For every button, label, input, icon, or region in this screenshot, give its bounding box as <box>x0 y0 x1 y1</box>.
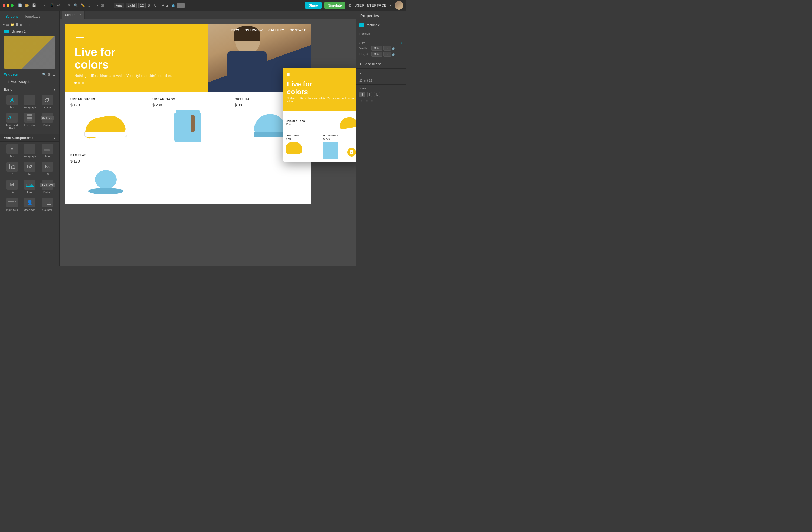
widget-paragraph[interactable]: Paragraph <box>21 94 38 110</box>
screen-item[interactable]: Screen 1 <box>0 28 59 35</box>
widget-counter[interactable]: — 1 Counter <box>39 197 55 213</box>
dot-2[interactable] <box>78 82 81 84</box>
maximize-button[interactable] <box>11 4 14 7</box>
tablet-icon[interactable]: ⊡ <box>101 3 104 7</box>
width-value-input[interactable]: 307 <box>371 46 382 51</box>
widget-user-icon[interactable]: 👤 User icon <box>21 197 38 213</box>
grid-widgets-icon[interactable]: ⊞ <box>48 73 50 76</box>
widget-h1[interactable]: h1 h1 <box>4 161 20 177</box>
list-widgets-icon[interactable]: ☰ <box>52 73 55 76</box>
align-icon[interactable]: ≡ <box>158 3 160 7</box>
arrow-up-icon[interactable]: ↑ <box>29 23 30 27</box>
text-size-label[interactable]: 12 <box>360 79 362 82</box>
grid-view-icon[interactable]: ⊞ <box>20 23 23 27</box>
dot-1[interactable] <box>74 82 77 84</box>
arrow-down-icon[interactable]: ↓ <box>36 23 38 27</box>
nav-contact[interactable]: CONTACT <box>290 28 306 32</box>
tab-templates[interactable]: Templates <box>23 12 42 21</box>
nav-new[interactable]: NEW <box>231 28 239 32</box>
basic-section-header[interactable]: Basic ▾ <box>3 87 57 93</box>
font-family[interactable]: Arial <box>114 3 124 8</box>
widget-text-table[interactable]: Text Table <box>21 112 38 131</box>
device-icon[interactable]: 📱 <box>50 3 54 7</box>
add-screen-icon[interactable]: + <box>3 23 4 27</box>
widget-h4[interactable]: h4 h4 <box>4 179 20 195</box>
canvas-tab-close-icon[interactable]: ✕ <box>79 13 82 16</box>
user-avatar[interactable] <box>395 1 403 10</box>
text-color-icon[interactable]: A <box>162 3 164 7</box>
align-right-icon[interactable]: ≡ <box>370 99 374 103</box>
basic-collapse-icon[interactable]: ▾ <box>54 88 55 91</box>
widget-wc-title[interactable]: Title <box>39 143 55 159</box>
simulate-button[interactable]: Simulate <box>324 2 345 9</box>
widget-image[interactable]: 🖼 Image <box>39 94 55 110</box>
save-icon[interactable]: 💾 <box>32 3 36 7</box>
canvas-area[interactable]: Live for colors Nothing in life is black… <box>60 19 356 266</box>
widget-text[interactable]: A Text <box>4 94 20 110</box>
width-lock-icon[interactable]: 🔗 <box>392 47 395 50</box>
widget-wc-button[interactable]: BUTTON Button <box>39 179 55 195</box>
tab-screens[interactable]: Screens <box>4 12 20 21</box>
share-button[interactable]: Share <box>305 2 321 9</box>
search-widgets-icon[interactable]: 🔍 <box>42 73 46 76</box>
widget-h2[interactable]: h2 h2 <box>21 161 38 177</box>
add-image-button[interactable]: + + Add Image <box>356 60 406 69</box>
underline-button[interactable]: U <box>374 92 380 97</box>
widget-wc-text[interactable]: A Text <box>4 143 20 159</box>
canvas-tab-screen1[interactable]: Screen 1 ✕ <box>62 11 85 19</box>
grid-small-icon[interactable]: ▦ <box>6 23 9 27</box>
shape-icon[interactable]: ◇ <box>88 3 90 7</box>
enter-icon[interactable]: ↵ <box>57 3 60 7</box>
height-unit[interactable]: px <box>383 52 391 57</box>
bold-button[interactable]: B <box>360 92 365 97</box>
open-icon[interactable]: 📂 <box>25 3 29 7</box>
color-box-icon[interactable] <box>177 3 185 8</box>
rectangle-color-swatch[interactable] <box>360 23 364 27</box>
settings-icon[interactable]: ⚙ <box>348 3 352 8</box>
list-view-icon[interactable]: ☰ <box>16 23 19 27</box>
font-weight[interactable]: Light <box>126 3 137 8</box>
bold-icon[interactable]: B <box>147 3 150 7</box>
web-components-section-header[interactable]: Web Components ▾ <box>0 134 59 142</box>
new-file-icon[interactable]: 📄 <box>18 3 22 7</box>
widget-input-field[interactable]: Input field <box>4 197 20 213</box>
font-size[interactable]: 12 <box>138 3 146 8</box>
widget-link[interactable]: LINK Link <box>21 179 38 195</box>
widget-link-icon-box: LINK <box>24 180 35 190</box>
close-button[interactable] <box>3 4 5 7</box>
web-components-collapse-icon[interactable]: ▾ <box>54 137 55 140</box>
widget-button[interactable]: BUTTON Button <box>39 112 55 131</box>
align-left-icon[interactable]: ≡ <box>360 99 363 103</box>
hat-brim <box>254 132 286 137</box>
widget-input-text-field[interactable]: A Input Text Field <box>4 112 20 131</box>
pen-icon[interactable]: ✏️ <box>81 3 85 7</box>
widget-h3[interactable]: h3 h3 <box>39 161 55 177</box>
height-value-input[interactable]: 307 <box>371 52 382 57</box>
select-icon[interactable]: ↖ <box>68 3 71 7</box>
dot-3[interactable] <box>82 82 84 84</box>
add-widgets-button[interactable]: + + Add widgets <box>0 79 59 85</box>
width-unit[interactable]: px <box>383 46 391 51</box>
search-icon[interactable]: 🔍 <box>74 3 78 7</box>
dropdown-arrow-icon[interactable]: ▼ <box>389 4 392 7</box>
more-collapse-icon[interactable]: ∨ <box>360 71 361 74</box>
italic-button[interactable]: I <box>367 92 372 97</box>
position-expand-icon[interactable]: › <box>402 32 403 35</box>
dropper-icon[interactable]: 💧 <box>171 3 175 7</box>
italic-icon[interactable]: I <box>151 3 153 7</box>
arrow-left-icon[interactable]: ← <box>24 23 27 27</box>
nav-gallery[interactable]: GALLERY <box>268 28 284 32</box>
frame-icon[interactable]: ▭ <box>44 3 47 7</box>
folder-icon[interactable]: 📁 <box>10 23 14 27</box>
minimize-button[interactable] <box>7 4 10 7</box>
arrow-right-icon[interactable]: → <box>32 23 35 27</box>
underline-icon[interactable]: U <box>154 3 157 7</box>
cart-badge[interactable] <box>347 148 356 157</box>
align-center-icon[interactable]: ≡ <box>365 99 369 103</box>
size-collapse-icon[interactable]: ∨ <box>401 41 403 44</box>
height-lock-icon[interactable]: 🔗 <box>392 53 395 56</box>
paint-icon[interactable]: 🖌 <box>166 3 170 7</box>
widget-wc-paragraph[interactable]: Paragraph <box>21 143 38 159</box>
nav-overview[interactable]: OVERVIEW <box>245 28 263 32</box>
connect-icon[interactable]: ⟶ <box>93 3 98 7</box>
